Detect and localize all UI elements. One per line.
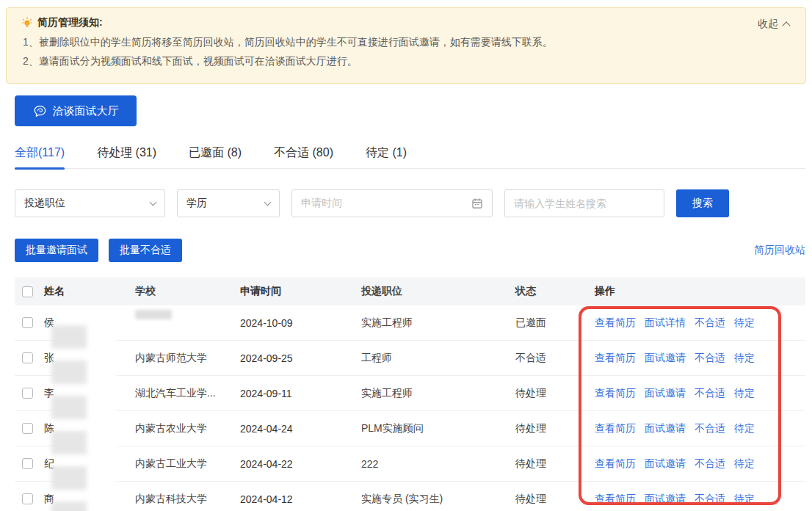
action-view-resume[interactable]: 查看简历 — [595, 316, 636, 330]
school-redaction-patch — [135, 310, 172, 319]
action-interview-invite[interactable]: 面试邀请 — [645, 352, 686, 365]
apply-date-picker[interactable]: 申请时间 — [291, 189, 493, 217]
tab-undecided[interactable]: 待定 (1) — [366, 145, 407, 168]
notice-title-row: 简历管理须知: — [21, 16, 791, 29]
action-view-resume[interactable]: 查看简历 — [595, 422, 636, 435]
resume-management-page: 简历管理须知: 1、被删除职位中的学生简历将移至简历回收站，简历回收站中的学生不… — [0, 0, 812, 511]
chevron-up-icon — [782, 21, 790, 29]
name-redaction-patch — [51, 501, 87, 511]
row-checkbox[interactable] — [22, 317, 33, 328]
apply-date-placeholder: 申请时间 — [301, 197, 342, 210]
education-select-value: 学历 — [186, 197, 207, 210]
action-undecided[interactable]: 待定 — [734, 352, 755, 365]
recycle-bin-link[interactable]: 简历回收站 — [754, 244, 805, 257]
apply-date: 2024-04-12 — [240, 493, 361, 505]
school-name: 湖北汽车工业学... — [135, 387, 240, 400]
school-name: 内蒙古科技大学 — [135, 493, 240, 506]
action-undecided[interactable]: 待定 — [734, 422, 755, 435]
status-text: 已邀面 — [515, 316, 581, 330]
action-undecided[interactable]: 待定 — [734, 457, 755, 471]
action-interview-invite[interactable]: 面试邀请 — [645, 422, 686, 435]
student-name: 侯 — [44, 316, 135, 330]
search-button[interactable]: 搜索 — [676, 189, 729, 217]
col-school: 学校 — [135, 285, 240, 298]
applied-position: 实施工程师 — [361, 387, 515, 400]
row-actions: 查看简历 面试邀请 不合适 待定 — [581, 352, 805, 365]
batch-invite-button[interactable]: 批量邀请面试 — [15, 239, 98, 262]
status-text: 不合适 — [515, 352, 581, 365]
action-view-resume[interactable]: 查看简历 — [595, 493, 636, 506]
interview-hall-button[interactable]: 洽谈面试大厅 — [15, 95, 137, 126]
action-interview-invite[interactable]: 面试邀请 — [645, 457, 686, 471]
col-position: 投递职位 — [361, 285, 515, 298]
calendar-icon — [471, 197, 483, 209]
action-undecided[interactable]: 待定 — [734, 387, 755, 400]
action-unsuitable[interactable]: 不合适 — [695, 352, 725, 365]
table-row: 侯 2024-10-09 实施工程师 已邀面 查看简历 面试详情 不合适 待定 — [15, 305, 805, 341]
batch-unsuitable-button[interactable]: 批量不合适 — [109, 239, 182, 262]
action-unsuitable[interactable]: 不合适 — [695, 422, 725, 435]
position-select[interactable]: 投递职位 — [15, 189, 165, 217]
action-view-resume[interactable]: 查看简历 — [595, 457, 636, 471]
col-status: 状态 — [515, 285, 581, 298]
row-checkbox[interactable] — [22, 458, 33, 469]
action-view-resume[interactable]: 查看简历 — [595, 387, 636, 400]
position-select-value: 投递职位 — [24, 197, 65, 210]
apply-date: 2024-09-11 — [240, 388, 361, 399]
action-unsuitable[interactable]: 不合适 — [695, 493, 725, 506]
action-unsuitable[interactable]: 不合适 — [695, 387, 725, 400]
tab-unsuitable[interactable]: 不合适 (80) — [274, 145, 333, 168]
tab-all[interactable]: 全部(117) — [15, 145, 65, 168]
name-redaction-patch — [51, 360, 87, 384]
row-actions: 查看简历 面试邀请 不合适 待定 — [581, 493, 805, 506]
lightbulb-icon — [21, 17, 33, 29]
chevron-down-icon — [264, 199, 272, 206]
table-row: 商 内蒙古科技大学 2024-04-12 实施专员 (实习生) 待处理 查看简历… — [15, 482, 805, 511]
name-redaction-patch — [51, 431, 87, 454]
school-name: 内蒙古工业大学 — [135, 457, 240, 471]
batch-action-bar: 批量邀请面试 批量不合适 简历回收站 — [15, 239, 805, 262]
row-checkbox[interactable] — [22, 352, 33, 363]
col-apply-date: 申请时间 — [240, 285, 361, 298]
school-name: 内蒙古师范大学 — [135, 352, 240, 365]
student-name-search — [504, 189, 664, 217]
status-text: 待处理 — [515, 457, 581, 471]
name-redaction-patch — [51, 396, 87, 419]
action-interview-detail[interactable]: 面试详情 — [645, 316, 686, 330]
apply-date: 2024-04-24 — [240, 423, 361, 435]
row-checkbox[interactable] — [22, 493, 33, 504]
row-checkbox[interactable] — [22, 388, 33, 399]
table-header: 姓名 学校 申请时间 投递职位 状态 操作 — [15, 278, 805, 305]
collapse-toggle[interactable]: 收起 — [758, 18, 789, 31]
student-name: 商 — [44, 493, 135, 506]
applied-position: 工程师 — [361, 352, 515, 365]
student-name: 李 — [44, 387, 135, 400]
row-actions: 查看简历 面试详情 不合适 待定 — [581, 316, 805, 330]
action-unsuitable[interactable]: 不合适 — [695, 457, 725, 471]
education-select[interactable]: 学历 — [177, 189, 280, 217]
action-view-resume[interactable]: 查看简历 — [595, 352, 636, 365]
student-name-search-input[interactable] — [505, 190, 664, 217]
apply-date: 2024-09-25 — [240, 352, 361, 364]
row-checkbox[interactable] — [22, 423, 33, 434]
action-unsuitable[interactable]: 不合适 — [695, 316, 725, 330]
table-row: 张 内蒙古师范大学 2024-09-25 工程师 不合适 查看简历 面试邀请 不… — [15, 341, 805, 376]
applied-position: PLM实施顾问 — [361, 422, 515, 435]
applied-position: 实施专员 (实习生) — [361, 493, 515, 506]
school-name: 内蒙古农业大学 — [135, 422, 240, 435]
tab-pending[interactable]: 待处理 (31) — [97, 145, 156, 168]
action-interview-invite[interactable]: 面试邀请 — [645, 387, 686, 400]
select-all-checkbox[interactable] — [22, 286, 33, 297]
tab-interviewed[interactable]: 已邀面 (8) — [189, 145, 242, 168]
chevron-down-icon — [150, 199, 157, 206]
student-name: 陈 — [44, 422, 135, 435]
status-text: 待处理 — [515, 493, 581, 506]
filter-bar: 投递职位 学历 申请时间 搜索 — [15, 189, 729, 217]
action-interview-invite[interactable]: 面试邀请 — [645, 493, 686, 506]
collapse-label: 收起 — [758, 18, 778, 31]
action-undecided[interactable]: 待定 — [734, 316, 755, 330]
row-actions: 查看简历 面试邀请 不合适 待定 — [581, 422, 805, 435]
resume-table: 姓名 学校 申请时间 投递职位 状态 操作 侯 2024-10-09 实施工程师… — [15, 278, 805, 511]
action-undecided[interactable]: 待定 — [734, 493, 755, 506]
apply-date: 2024-04-22 — [240, 458, 361, 470]
